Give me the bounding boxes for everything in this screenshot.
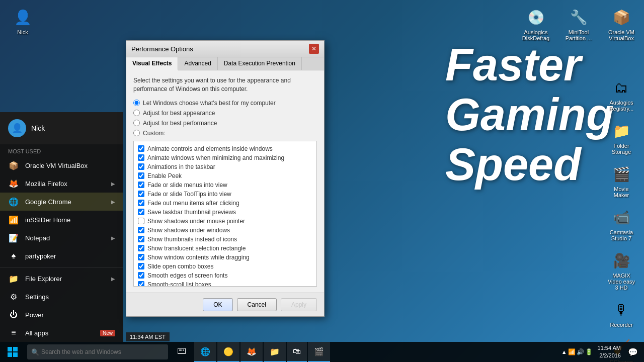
checkbox-shadow-windows[interactable]: Show shadows under windows [137,226,313,235]
dialog-close-button[interactable]: ✕ [309,44,319,54]
checkbox-translucent-rect-input[interactable] [138,245,144,251]
checkbox-animate-controls[interactable]: Animate controls and elements inside win… [137,144,313,153]
checkbox-thumbnails-icons[interactable]: Show thumbnails instead of icons [137,235,313,244]
checkbox-window-contents[interactable]: Show window contents while dragging [137,253,313,262]
start-menu-avatar: 👤 [8,119,26,137]
dialog-tabs: Visual Effects Advanced Data Execution P… [126,57,324,70]
checkbox-animations-taskbar[interactable]: Animations in the taskbar [137,162,313,171]
start-menu-item-explorer[interactable]: 📁 File Explorer ▶ [0,269,123,288]
taskbar-store-button[interactable]: 🛍 [287,342,307,362]
desktop-icon-camtasia[interactable]: 📹 Camtasia Studio 7 [604,205,639,243]
tab-visual-effects[interactable]: Visual Effects [126,57,178,70]
svg-rect-2 [8,352,12,357]
tab-data-execution[interactable]: Data Execution Prevention [218,57,302,70]
performance-options-dialog[interactable]: Performance Options ✕ Visual Effects Adv… [126,40,325,317]
search-input[interactable] [41,348,164,355]
checkbox-shadow-pointer[interactable]: Show shadows under mouse pointer [137,217,313,226]
checkbox-thumbnails-icons-input[interactable] [138,236,144,242]
radio-custom[interactable]: Custom: [133,130,317,137]
taskbar-clock[interactable]: 11:54 AM 2/2/2016 [594,344,625,360]
checkbox-animate-windows-input[interactable] [138,154,144,161]
notepad-arrow-icon: ▶ [111,235,115,241]
checkbox-shadow-pointer-input[interactable] [138,218,144,224]
start-menu-item-settings[interactable]: ⚙ Settings [0,288,123,306]
start-menu-item-power[interactable]: ⏻ Power [0,306,123,324]
desktop-icon-magix[interactable]: 🎥 MAGIX Video easy 3 HD [604,248,639,293]
checkbox-smooth-fonts-input[interactable] [138,272,144,279]
start-menu-item-chrome[interactable]: 🌐 Google Chrome ▶ [0,193,123,211]
start-menu-item-inssider[interactable]: 📶 inSSIDer Home [0,211,123,229]
radio-let-windows-input[interactable] [133,100,140,106]
start-menu-item-firefox[interactable]: 🦊 Mozilla Firefox ▶ [0,174,123,193]
checkbox-enable-peek[interactable]: Enable Peek [137,171,313,180]
desktop-icon-recorder[interactable]: 🎙 Recorder [604,298,639,330]
apply-button[interactable]: Apply [281,298,317,311]
dialog-title: Performance Options [131,45,193,53]
desktop-icon-folder-storage[interactable]: 📁 Folder Storage [604,119,639,157]
checkbox-translucent-rect[interactable]: Show translucent selection rectangle [137,244,313,253]
start-menu-item-virtualbox[interactable]: 📦 Oracle VM VirtualBox [0,156,123,174]
chevron-up-icon[interactable]: ▲ [561,349,567,355]
taskbar-chrome-button[interactable]: 🟡 [217,342,239,362]
desktop-icon-nick[interactable]: 👤 Nick [5,5,40,37]
checkbox-fade-menu-items[interactable]: Fade out menu items after clicking [137,199,313,208]
desktop-icon-minitool[interactable]: 🔧 MiniTool Partition ... [561,5,596,43]
ok-button[interactable]: OK [203,298,232,311]
start-button[interactable] [0,342,25,362]
tab-advanced[interactable]: Advanced [178,57,217,70]
radio-best-appearance-input[interactable] [133,110,140,116]
taskbar-explorer-button[interactable]: 📁 [264,342,286,362]
taskbar-search[interactable]: 🔍 [27,344,168,359]
dialog-titlebar[interactable]: Performance Options ✕ [126,41,324,57]
checkbox-fade-menus-input[interactable] [138,182,144,188]
svg-rect-4 [178,348,186,353]
desktop-icons-top-right: 💿 Auslogics DiskDefrag 🔧 MiniTool Partit… [518,5,639,43]
firefox-menu-label: Mozilla Firefox [25,180,67,188]
checkbox-save-thumbnails-input[interactable] [138,209,144,215]
cancel-button[interactable]: Cancel [237,298,277,311]
visual-effects-checkbox-list[interactable]: Animate controls and elements inside win… [133,141,317,287]
taskbar-media-button[interactable]: 🎬 [308,342,330,362]
desktop-icon-auslogics-disk[interactable]: 💿 Auslogics DiskDefrag [518,5,553,43]
radio-custom-input[interactable] [133,130,140,136]
camtasia-icon: 📹 [611,207,631,227]
radio-best-performance-label: Adjust for best performance [143,120,217,127]
taskbar-right: ▲ 📶 🔊 🔋 11:54 AM 2/2/2016 💬 [561,344,644,360]
task-view-icon [178,348,187,355]
radio-best-appearance[interactable]: Adjust for best appearance [133,110,317,117]
task-view-button[interactable] [172,342,192,362]
checkbox-fade-menu-items-input[interactable] [138,200,144,206]
checkbox-slide-combo-input[interactable] [138,263,144,269]
taskbar-firefox-button[interactable]: 🦊 [240,342,263,362]
start-menu-item-partypoker[interactable]: ♠ partypoker [0,247,123,265]
battery-icon: 🔋 [585,348,593,355]
checkbox-shadow-windows-input[interactable] [138,227,144,233]
radio-let-windows[interactable]: Let Windows choose what's best for my co… [133,100,317,107]
checkbox-animations-taskbar-input[interactable] [138,163,144,170]
store-taskbar-icon: 🛍 [293,347,301,356]
desktop-icon-virtualbox-top[interactable]: 📦 Oracle VM VirtualBox [604,5,639,43]
start-menu-item-notepad[interactable]: 📝 Notepad ▶ [0,229,123,247]
checkbox-save-thumbnails[interactable]: Save taskbar thumbnail previews [137,208,313,217]
checkbox-fade-tooltips-input[interactable] [138,191,144,197]
allapps-menu-icon: ≡ [8,327,19,338]
radio-best-performance[interactable]: Adjust for best performance [133,120,317,127]
nick-label: Nick [17,29,28,35]
checkbox-smooth-scroll[interactable]: Smooth-scroll list boxes [137,280,313,287]
checkbox-smooth-fonts[interactable]: Smooth edges of screen fonts [137,271,313,280]
checkbox-slide-combo[interactable]: Slide open combo boxes [137,262,313,271]
checkbox-fade-menus[interactable]: Fade or slide menus into view [137,180,313,190]
start-menu-item-allapps[interactable]: ≡ All apps New [0,324,123,342]
checkbox-animate-controls-input[interactable] [138,145,144,152]
checkbox-window-contents-input[interactable] [138,254,144,260]
checkbox-fade-tooltips[interactable]: Fade or slide ToolTips into view [137,190,313,199]
checkbox-enable-peek-input[interactable] [138,172,144,179]
radio-best-performance-input[interactable] [133,120,140,126]
start-menu-divider [0,267,123,267]
checkbox-smooth-scroll-input[interactable] [138,281,144,287]
taskbar-edge-button[interactable]: 🌐 [194,342,216,362]
desktop-icon-movie-maker[interactable]: 🎬 Movie Maker [604,162,639,200]
notification-button[interactable]: 💬 [626,347,640,357]
desktop-icon-auslogics-reg[interactable]: 🗂 Auslogics Registry... [604,75,639,114]
checkbox-animate-windows[interactable]: Animate windows when minimizing and maxi… [137,153,313,162]
